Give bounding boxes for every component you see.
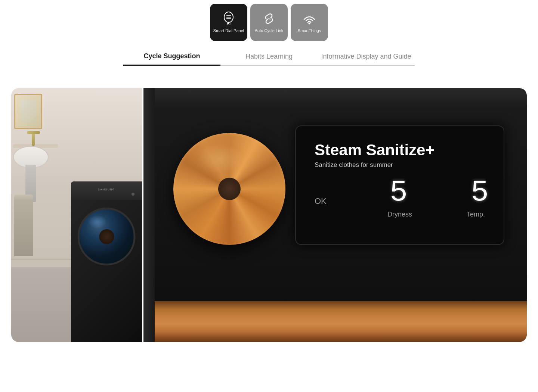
- tab-habits-learning-label: Habits Learning: [245, 53, 293, 60]
- floor-area: [11, 267, 71, 342]
- dial-sheen: [196, 144, 244, 174]
- spacer-left: [315, 211, 371, 218]
- display-screen: Steam Sanitize+ Sanitize clothes for sum…: [295, 125, 504, 245]
- faucet-spout: [27, 131, 40, 134]
- temp-label: Temp.: [428, 211, 485, 218]
- left-side-strip: [143, 88, 155, 342]
- auto-cycle-label: Auto Cycle Link: [255, 28, 283, 33]
- smartthings-svg: [300, 11, 318, 26]
- washer-brand-text: SAMSUNG: [98, 188, 115, 191]
- auto-cycle-icon-item[interactable]: Auto Cycle Link: [250, 4, 288, 41]
- smart-dial-svg: AI: [220, 11, 238, 26]
- svg-point-9: [309, 23, 310, 25]
- dial-center: [218, 178, 241, 200]
- tab-cycle-suggestion-label: Cycle Suggestion: [143, 52, 200, 60]
- smartthings-label: SmartThings: [298, 28, 321, 33]
- drum-light-reflection: [87, 215, 106, 228]
- smartthings-icon-item[interactable]: SmartThings: [291, 4, 328, 41]
- smart-dial-icon-item[interactable]: AI Smart Dial Panel: [210, 4, 247, 41]
- tab-informative-display-label: Informative Display and Guide: [321, 53, 411, 60]
- digit1-display: 5: [390, 179, 408, 206]
- tab-habits-learning[interactable]: Habits Learning: [220, 49, 318, 66]
- dryness-label: Dryness: [371, 211, 428, 218]
- svg-line-8: [268, 18, 270, 19]
- faucet-pipe: [32, 133, 35, 146]
- dial-knob[interactable]: [173, 133, 285, 245]
- mirror: [14, 94, 42, 129]
- cycle-desc-text: Sanitize clothes for summer: [315, 161, 489, 169]
- drum-center: [99, 229, 114, 244]
- left-panel-image: SAMSUNG: [11, 88, 142, 342]
- digit2-display: 5: [471, 179, 489, 206]
- auto-cycle-svg: [260, 11, 278, 26]
- right-panel-image: Steam Sanitize+ Sanitize clothes for sum…: [143, 88, 527, 342]
- tab-cycle-suggestion[interactable]: Cycle Suggestion: [123, 49, 220, 66]
- top-bezel: [143, 88, 527, 109]
- washer-control-dot: [132, 193, 134, 196]
- bathroom-canister: [14, 196, 33, 256]
- mirror-reflection: [21, 100, 36, 123]
- labels-row: Dryness Temp.: [315, 211, 489, 218]
- icon-bar: AI Smart Dial Panel Auto Cycle Link: [0, 0, 538, 41]
- main-images: SAMSUNG: [11, 88, 527, 342]
- ok-label: OK: [315, 196, 327, 206]
- page-container: AI Smart Dial Panel Auto Cycle Link: [0, 0, 538, 342]
- canister-lid: [14, 195, 33, 200]
- tab-informative-display[interactable]: Informative Display and Guide: [318, 49, 415, 66]
- smart-dial-label: Smart Dial Panel: [213, 28, 244, 33]
- svg-point-5: [229, 17, 229, 18]
- ok-section: OK: [315, 196, 327, 206]
- digit2-section: 5: [471, 179, 489, 206]
- bottom-copper-strip: [143, 301, 527, 342]
- cycle-name-text: Steam Sanitize+: [315, 141, 489, 159]
- tab-bar: Cycle Suggestion Habits Learning Informa…: [0, 49, 538, 66]
- display-bottom-row: OK 5 5: [315, 179, 489, 206]
- washer-drum-small: [78, 208, 136, 265]
- digit1-section: 5: [390, 179, 408, 206]
- washer-machine-small: SAMSUNG: [71, 181, 142, 342]
- washer-top-panel: [71, 181, 142, 200]
